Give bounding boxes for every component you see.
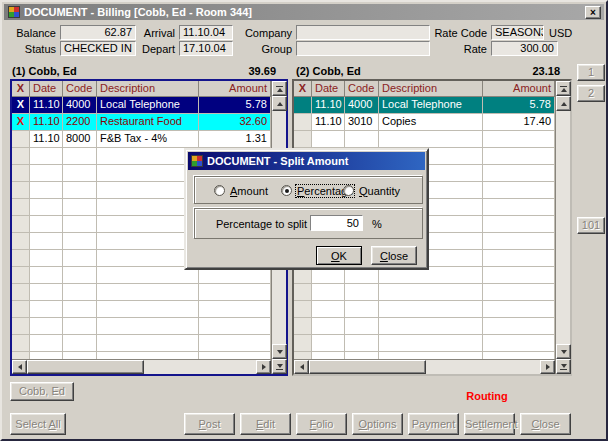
empty-grid-row bbox=[294, 301, 555, 318]
scroll-right-icon[interactable] bbox=[540, 360, 555, 374]
rate-code-field[interactable]: SEASON3 bbox=[491, 25, 544, 40]
grid-cell bbox=[294, 318, 312, 334]
horizontal-scrollbar[interactable] bbox=[12, 359, 271, 374]
radio-quantity[interactable]: Quantity bbox=[343, 184, 401, 197]
folio-line-row[interactable]: 11.108000F&B Tax - 4%1.31 bbox=[12, 131, 271, 148]
folio-tab-cobb-ed[interactable]: Cobb, Ed bbox=[10, 382, 74, 401]
grid-cell bbox=[199, 301, 271, 317]
grid1-guest-name: (1) Cobb, Ed bbox=[12, 65, 77, 78]
billing-window: DOCUMENT - Billing [Cobb, Ed - Room 344]… bbox=[0, 0, 608, 441]
scroll-left-icon[interactable] bbox=[294, 360, 309, 374]
vscroll-track[interactable] bbox=[556, 111, 570, 344]
grid-cell bbox=[294, 114, 312, 130]
hscroll-thumb[interactable] bbox=[309, 360, 426, 374]
window-101-button[interactable]: 101 bbox=[577, 217, 605, 234]
grid2-title-row: (2) Cobb, Ed 23.18 bbox=[296, 65, 560, 78]
grid-cell: Date bbox=[312, 81, 345, 96]
grid-cell bbox=[30, 182, 63, 198]
depart-field[interactable]: 17.10.04 bbox=[179, 41, 233, 56]
scroll-up-icon[interactable] bbox=[556, 96, 571, 111]
grid-cell bbox=[379, 131, 483, 147]
radio-circle-icon[interactable] bbox=[281, 185, 292, 196]
balance-field[interactable]: 62.87 bbox=[60, 25, 136, 40]
hscroll-thumb[interactable] bbox=[27, 360, 144, 374]
scroll-up-icon[interactable] bbox=[272, 96, 287, 111]
split-type-group: Amount Percentage Quantity bbox=[194, 176, 423, 204]
payment-button[interactable]: Payment bbox=[408, 413, 459, 435]
grid-cell bbox=[30, 165, 63, 181]
ok-button[interactable]: OK bbox=[316, 246, 362, 265]
options-button[interactable]: Options bbox=[352, 413, 403, 435]
grid-cell bbox=[294, 335, 312, 351]
grid-cell bbox=[12, 148, 30, 164]
rate-field[interactable]: 300.00 bbox=[491, 41, 558, 56]
split-amount-dialog: DOCUMENT - Split Amount Amount Percentag… bbox=[184, 148, 429, 270]
select-all-button[interactable]: Select All bbox=[10, 413, 66, 435]
post-button[interactable]: Post bbox=[184, 413, 235, 435]
grid-cell bbox=[483, 199, 555, 215]
scroll-bottom-icon[interactable] bbox=[556, 359, 571, 374]
grid-cell bbox=[30, 250, 63, 266]
hscroll-track[interactable] bbox=[144, 360, 256, 374]
grid-cell: Code bbox=[345, 81, 379, 96]
scroll-left-icon[interactable] bbox=[12, 360, 27, 374]
grid-cell: Description bbox=[97, 81, 199, 96]
group-field[interactable] bbox=[296, 41, 430, 56]
radio-circle-icon[interactable] bbox=[343, 185, 354, 196]
settlement-button[interactable]: Settlement bbox=[464, 413, 515, 435]
radio-amount[interactable]: Amount bbox=[214, 184, 269, 197]
dialog-titlebar: DOCUMENT - Split Amount bbox=[188, 152, 425, 170]
status-field[interactable]: CHECKED IN bbox=[60, 41, 136, 56]
grid-cell bbox=[30, 233, 63, 249]
percentage-input[interactable] bbox=[310, 215, 363, 231]
radio-amount-label: Amount bbox=[229, 185, 269, 197]
grid-header-row: XDateCodeDescriptionAmount bbox=[294, 81, 555, 97]
grid-cell bbox=[345, 301, 379, 317]
grid-cell bbox=[483, 301, 555, 317]
grid-cell: Local Telephone bbox=[379, 97, 483, 113]
grid-cell bbox=[345, 335, 379, 351]
window-1-button[interactable]: 1 bbox=[577, 64, 605, 81]
folio-line-row[interactable]: 11.103010Copies17.40 bbox=[294, 114, 555, 131]
scroll-top-icon[interactable] bbox=[272, 81, 287, 96]
empty-grid-row bbox=[12, 318, 271, 335]
arrival-field[interactable]: 11.10.04 bbox=[179, 25, 233, 40]
grid-cell: 11.10 bbox=[312, 97, 345, 113]
horizontal-scrollbar[interactable] bbox=[294, 359, 555, 374]
folio-button[interactable]: Folio bbox=[296, 413, 347, 435]
company-field[interactable] bbox=[296, 25, 430, 40]
split-value-group: Percentage to split % bbox=[194, 208, 423, 239]
grid-cell: Description bbox=[379, 81, 483, 96]
grid-cell bbox=[483, 216, 555, 232]
empty-grid-row bbox=[294, 318, 555, 335]
scroll-right-icon[interactable] bbox=[256, 360, 271, 374]
grid-cell bbox=[199, 318, 271, 334]
grid-cell bbox=[63, 233, 97, 249]
close-button[interactable]: Close bbox=[520, 413, 571, 435]
edit-button[interactable]: Edit bbox=[240, 413, 291, 435]
window-title: DOCUMENT - Billing [Cobb, Ed - Room 344] bbox=[24, 6, 252, 18]
window-2-button[interactable]: 2 bbox=[577, 85, 605, 102]
empty-grid-row bbox=[294, 335, 555, 352]
scroll-bottom-icon[interactable] bbox=[272, 359, 287, 374]
scroll-top-icon[interactable] bbox=[556, 81, 571, 96]
vertical-scrollbar[interactable] bbox=[555, 81, 570, 374]
grid-cell bbox=[63, 165, 97, 181]
grid-cell: 11.10 bbox=[30, 131, 63, 147]
scroll-down-icon[interactable] bbox=[556, 344, 571, 359]
grid-cell bbox=[199, 335, 271, 351]
scroll-down-icon[interactable] bbox=[272, 344, 287, 359]
grid-cell bbox=[63, 335, 97, 351]
grid1-total: 39.69 bbox=[248, 65, 276, 78]
folio-line-row[interactable]: X11.104000Local Telephone5.78 bbox=[12, 97, 271, 114]
radio-circle-icon[interactable] bbox=[214, 185, 225, 196]
grid-cell bbox=[483, 250, 555, 266]
folio-line-row[interactable]: 11.104000Local Telephone5.78 bbox=[294, 97, 555, 114]
grid2-total: 23.18 bbox=[532, 65, 560, 78]
dialog-close-button[interactable]: Close bbox=[371, 246, 417, 265]
hscroll-track[interactable] bbox=[426, 360, 540, 374]
grid-cell bbox=[12, 318, 30, 334]
window-close-icon[interactable]: × bbox=[585, 6, 601, 19]
grid-cell: F&B Tax - 4% bbox=[97, 131, 199, 147]
folio-line-row[interactable]: X11.102200Restaurant Food32.60 bbox=[12, 114, 271, 131]
